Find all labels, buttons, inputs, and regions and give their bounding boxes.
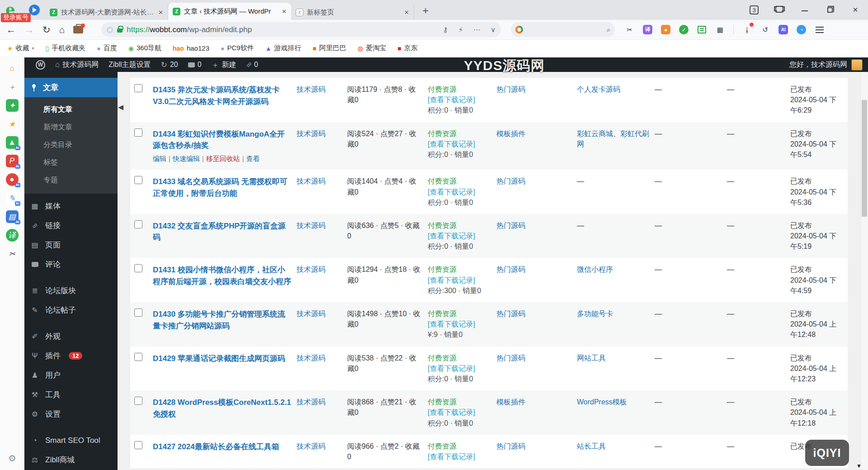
security-shield-icon[interactable]: ◔ bbox=[797, 25, 806, 34]
screenshot-scissors-icon[interactable]: ✂ bbox=[625, 25, 634, 34]
sidebar-item[interactable]: ♟ 用户 bbox=[24, 366, 118, 385]
row-checkbox[interactable] bbox=[134, 176, 142, 184]
page-scrollbar[interactable] bbox=[860, 57, 868, 470]
sidebar-item[interactable]: ▤ 页面 bbox=[24, 235, 118, 255]
search-engine-icon[interactable] bbox=[515, 26, 523, 33]
side-tool-icon[interactable]: ✦ bbox=[6, 99, 19, 112]
tab-close-icon[interactable]: ✕ bbox=[158, 9, 163, 16]
author-link[interactable]: 技术源码 bbox=[297, 177, 326, 185]
tag-link[interactable]: 多功能号卡 bbox=[577, 310, 613, 318]
author-link[interactable]: 技术源码 bbox=[297, 354, 326, 362]
category-link[interactable]: 热门源码 bbox=[496, 354, 525, 362]
post-title-link[interactable]: D1428 WordPress模板CoreNext1.5.2.1免授权 bbox=[153, 397, 291, 420]
row-checkbox[interactable] bbox=[134, 309, 142, 317]
download-records-link[interactable]: [查看下载记录] bbox=[428, 231, 491, 241]
sidebar-item[interactable]: ▦ 媒体 bbox=[24, 196, 118, 216]
side-settings-gear-icon[interactable]: ⚙ bbox=[0, 453, 24, 464]
bookmark-item[interactable]: ▯ 手机收藏夹 bbox=[46, 44, 86, 52]
back-icon[interactable]: ← bbox=[6, 24, 16, 35]
wp-logo[interactable]: W bbox=[31, 57, 50, 72]
bookmark-item[interactable]: ▲ 游戏排行 bbox=[265, 44, 302, 52]
author-link[interactable]: 技术源码 bbox=[297, 266, 326, 273]
post-title-link[interactable]: D1435 异次元发卡源码系统/荔枝发卡V3.0二次元风格发卡网全开源源码 bbox=[153, 84, 291, 107]
sidebar-item[interactable]: ≣ 论坛版块 bbox=[24, 281, 118, 300]
password-key-icon[interactable]: ⚷ bbox=[443, 26, 448, 34]
bookmark-item[interactable]: ◍ 爱淘宝 bbox=[358, 44, 386, 52]
category-link[interactable]: 热门源码 bbox=[496, 310, 525, 318]
post-title-link[interactable]: D1427 2024最新站长必备在线工具箱 bbox=[153, 441, 291, 453]
post-title-link[interactable]: D1434 彩虹知识付费模板MangoA全开源包含秒杀/抽奖 bbox=[153, 128, 291, 152]
sidebar-subitem[interactable]: 新增文章 bbox=[24, 119, 118, 136]
search-icon[interactable]: ⌕ bbox=[607, 26, 610, 34]
bookmark-item[interactable]: ● 百度 bbox=[97, 44, 117, 52]
dropdown-chevron-icon[interactable]: ∨ bbox=[491, 26, 495, 34]
tab-close-icon[interactable]: ✕ bbox=[404, 9, 409, 16]
minimize-button[interactable] bbox=[792, 6, 817, 14]
corner-caret-icon[interactable]: ▼ bbox=[856, 463, 862, 469]
side-tool-icon[interactable]: ● AI bbox=[6, 173, 19, 186]
post-title-link[interactable]: D1433 域名交易系统源码 无需授权即可正常使用，附带后台功能 bbox=[153, 176, 291, 199]
translate-icon[interactable]: 译 bbox=[643, 25, 652, 34]
avatar[interactable] bbox=[851, 59, 863, 71]
bookmark-item[interactable]: ■ 阿里巴巴 bbox=[313, 44, 346, 52]
more-tools-icon[interactable]: ⋯ bbox=[473, 26, 480, 34]
side-tool-icon[interactable]: ▲ AI bbox=[6, 136, 19, 149]
tab-close-icon[interactable]: ✕ bbox=[282, 8, 287, 15]
category-link[interactable]: 热门源码 bbox=[496, 266, 525, 273]
search-box[interactable]: ⌕ bbox=[511, 22, 615, 37]
download-records-link[interactable]: [查看下载记录] bbox=[428, 451, 491, 462]
quick-edit-link[interactable]: 快速编辑 bbox=[173, 155, 200, 162]
bookmark-item[interactable]: ■ 京东 bbox=[397, 44, 417, 52]
post-title-link[interactable]: D1430 多功能号卡推广分销管理系统流量卡推广分销网站源码 bbox=[153, 309, 291, 332]
edit-link[interactable]: 编辑 bbox=[153, 155, 166, 162]
reader-mode-icon[interactable] bbox=[107, 27, 113, 33]
tag-link[interactable]: — bbox=[577, 222, 584, 229]
admin-bar-site[interactable]: ⌂技术源码网 bbox=[50, 57, 104, 72]
close-button[interactable]: ✕ bbox=[843, 6, 868, 14]
sidebar-subitem[interactable]: 专题 bbox=[24, 171, 118, 189]
browser-tab[interactable]: Z 新标签页 ✕ bbox=[291, 5, 414, 20]
tag-link[interactable]: 彩虹云商城、彩虹代刷网 bbox=[577, 130, 649, 148]
post-title-link[interactable]: D1431 校园小情书微信小程序，社区小程序前后端开源，校园表白墙交友小程序 bbox=[153, 264, 291, 287]
sidebar-item[interactable]: ◔ Smart SEO Tool bbox=[24, 431, 118, 450]
login-account-badge[interactable]: 登录账号 bbox=[1, 13, 31, 22]
home-icon[interactable]: ⌂ bbox=[59, 24, 65, 35]
view-link[interactable]: 查看 bbox=[246, 155, 260, 162]
admin-bar-updates[interactable]: ↻20 bbox=[156, 57, 183, 72]
side-tool-icon[interactable]: P AI bbox=[6, 155, 19, 167]
new-tab-button[interactable]: ＋ bbox=[420, 4, 430, 17]
safety-check-icon[interactable]: ✓ bbox=[679, 25, 689, 34]
admin-bar-comments[interactable]: 0 bbox=[183, 57, 207, 72]
admin-bar-theme-settings[interactable]: Zibll主题设置 bbox=[104, 57, 156, 72]
side-tool-icon[interactable]: ★ bbox=[6, 118, 19, 130]
bookmark-item[interactable]: ● PC9软件 bbox=[221, 44, 254, 52]
side-tool-icon[interactable]: ⌂ bbox=[6, 62, 19, 75]
side-tool-icon[interactable]: 译 bbox=[6, 229, 19, 242]
download-records-link[interactable]: [查看下载记录] bbox=[428, 407, 491, 418]
sidebar-item[interactable]: ✎ 论坛帖子 bbox=[24, 300, 118, 320]
browser-tab[interactable]: Z 技术源码网-大鹏资源网-站长… ✕ bbox=[45, 5, 168, 20]
download-records-link[interactable]: [查看下载记录] bbox=[428, 139, 491, 149]
reading-list-icon[interactable] bbox=[697, 25, 707, 34]
url-text[interactable]: https://wobbt.com/wp-admin/edit.php bbox=[127, 25, 432, 34]
author-link[interactable]: 技术源码 bbox=[297, 222, 326, 229]
side-tool-icon[interactable]: ＋ bbox=[6, 81, 19, 93]
author-link[interactable]: 技术源码 bbox=[297, 442, 326, 450]
tab-list-button[interactable]: 3 bbox=[741, 5, 767, 14]
workspace-icon[interactable] bbox=[73, 26, 83, 33]
browser-tab[interactable]: Z 文章 ‹ 技术源码网 — WordPr ✕ bbox=[168, 3, 291, 20]
download-records-link[interactable]: [查看下载记录] bbox=[428, 319, 491, 329]
restore-session-icon[interactable]: ↺ bbox=[760, 25, 770, 34]
row-checkbox[interactable] bbox=[134, 264, 142, 272]
row-checkbox[interactable] bbox=[134, 220, 142, 228]
scrollbar-thumb[interactable] bbox=[862, 100, 867, 217]
download-records-link[interactable]: [查看下载记录] bbox=[428, 275, 491, 285]
author-link[interactable]: 技术源码 bbox=[297, 310, 326, 318]
category-link[interactable]: 热门源码 bbox=[496, 177, 525, 185]
row-checkbox[interactable] bbox=[134, 353, 142, 361]
extensions-puzzle-icon[interactable]: ▦ bbox=[715, 25, 725, 34]
sidebar-item[interactable]: ✐ 外观 bbox=[24, 327, 118, 346]
bookmark-item[interactable]: hao hao123 bbox=[173, 44, 209, 52]
sidebar-item[interactable]: ∞ 链接 bbox=[24, 216, 118, 235]
download-records-link[interactable]: [查看下载记录] bbox=[428, 187, 491, 197]
